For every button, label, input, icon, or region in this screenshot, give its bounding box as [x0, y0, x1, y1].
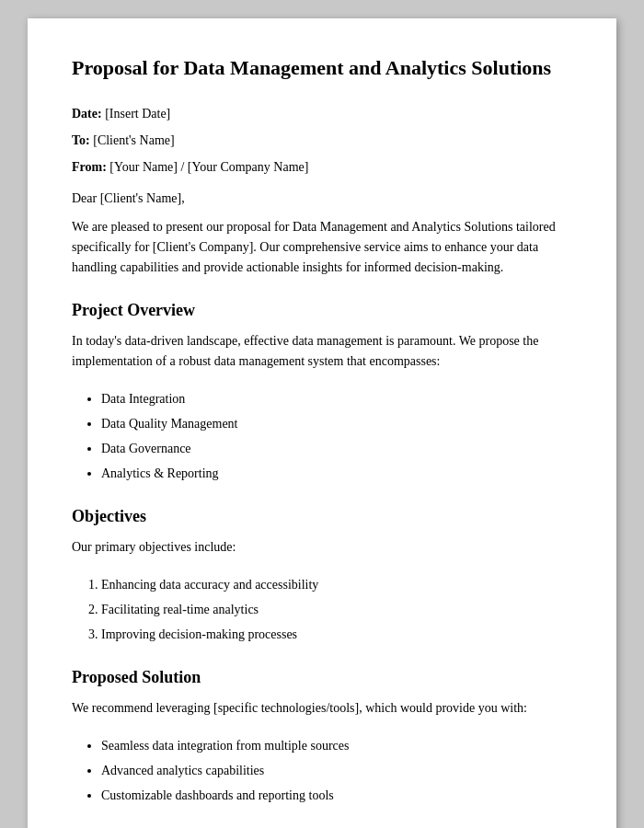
from-label: From:: [72, 160, 107, 174]
project-overview-body: In today's data-driven landscape, effect…: [72, 331, 572, 373]
intro-paragraph: We are pleased to present our proposal f…: [72, 217, 572, 279]
section-heading-project-overview: Project Overview: [72, 301, 572, 320]
proposed-solution-list: Seamless data integration from multiple …: [101, 734, 572, 808]
section-heading-proposed-solution: Proposed Solution: [72, 668, 572, 687]
list-item: Analytics & Reporting: [101, 462, 572, 485]
list-item: Data Integration: [101, 387, 572, 410]
from-line: From: [Your Name] / [Your Company Name]: [72, 157, 572, 177]
project-overview-list: Data Integration Data Quality Management…: [101, 387, 572, 486]
date-value: [Insert Date]: [105, 107, 170, 121]
list-item: Seamless data integration from multiple …: [101, 734, 572, 757]
list-item: Advanced analytics capabilities: [101, 759, 572, 782]
date-line: Date: [Insert Date]: [72, 104, 572, 123]
list-item: Data Governance: [101, 437, 572, 460]
list-item: Improving decision-making processes: [101, 623, 572, 646]
from-value: [Your Name] / [Your Company Name]: [109, 160, 308, 174]
document-title: Proposal for Data Management and Analyti…: [72, 55, 572, 82]
salutation: Dear [Client's Name],: [72, 191, 572, 206]
list-item: Customizable dashboards and reporting to…: [101, 784, 572, 807]
objectives-list: Enhancing data accuracy and accessibilit…: [101, 573, 572, 647]
to-line: To: [Client's Name]: [72, 131, 572, 150]
list-item: Facilitating real-time analytics: [101, 598, 572, 621]
list-item: Data Quality Management: [101, 412, 572, 435]
to-label: To:: [72, 133, 90, 147]
document-container: Proposal for Data Management and Analyti…: [28, 18, 616, 828]
objectives-body: Our primary objectives include:: [72, 537, 572, 558]
section-heading-objectives: Objectives: [72, 507, 572, 526]
date-label: Date:: [72, 107, 102, 121]
to-value: [Client's Name]: [93, 133, 174, 147]
proposed-solution-body: We recommend leveraging [specific techno…: [72, 698, 572, 719]
list-item: Enhancing data accuracy and accessibilit…: [101, 573, 572, 596]
